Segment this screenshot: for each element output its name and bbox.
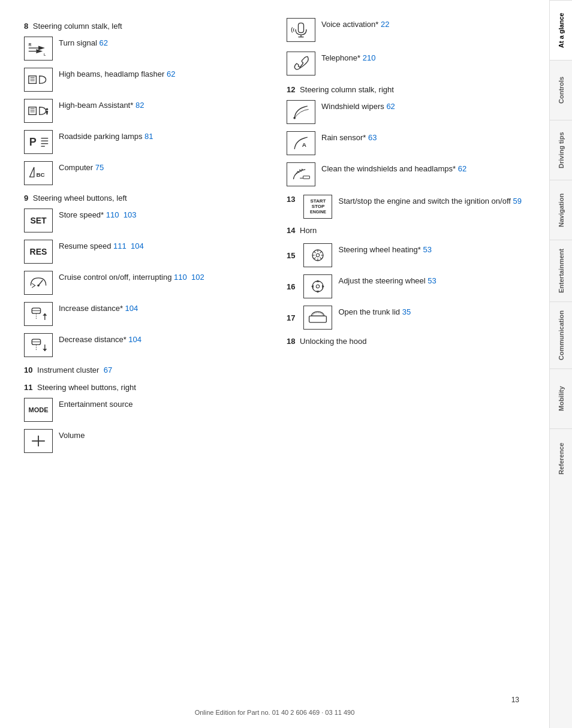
svg-rect-6 bbox=[29, 76, 37, 84]
list-item: P Roadside parking lamps 81 bbox=[24, 130, 275, 154]
svg-point-14 bbox=[46, 108, 49, 111]
start-stop-desc: Start/stop the engine and switch the ign… bbox=[338, 195, 521, 207]
cruise-desc: Cruise control on/off, interrupt­ing 110… bbox=[59, 271, 204, 283]
tab-reference[interactable]: Reference bbox=[550, 428, 572, 488]
section16-number: 16 bbox=[287, 282, 295, 291]
svg-point-43 bbox=[296, 173, 297, 174]
svg-text:R: R bbox=[29, 43, 32, 47]
clean-windshields-icon bbox=[287, 162, 315, 186]
svg-line-54 bbox=[314, 252, 316, 253]
list-item: A Rain sensor* 63 bbox=[287, 131, 537, 155]
svg-point-42 bbox=[302, 169, 303, 170]
list-item: Windshield wipers 62 bbox=[287, 100, 537, 124]
start-stop-icon: START STOP ENGINE bbox=[303, 195, 332, 219]
decrease-dist-icon bbox=[24, 333, 53, 357]
svg-line-56 bbox=[320, 252, 322, 253]
svg-rect-46 bbox=[303, 176, 310, 179]
svg-point-44 bbox=[298, 171, 299, 173]
section15-number: 15 bbox=[287, 251, 295, 260]
parking-lamps-desc: Roadside parking lamps 81 bbox=[59, 130, 153, 142]
section11-number: 11 bbox=[24, 383, 32, 392]
high-beams-desc: High beams, head­lamp flasher 62 bbox=[59, 68, 175, 80]
section8-title: Steering column stalk, left bbox=[33, 22, 122, 31]
tab-navigation[interactable]: Navigation bbox=[550, 180, 572, 240]
list-item: Clean the windshields and head­lamps* 62 bbox=[287, 162, 537, 186]
section18: 18 Unlocking the hood bbox=[287, 337, 537, 346]
list-item: BC Computer 75 bbox=[24, 161, 275, 185]
svg-text:L: L bbox=[44, 53, 46, 56]
section9-number: 9 bbox=[24, 194, 28, 203]
list-item: Cruise control on/off, interrupt­ing 110… bbox=[24, 271, 275, 295]
adjust-steering-icon bbox=[303, 274, 332, 298]
trunk-lid-icon bbox=[303, 306, 332, 330]
list-item: Volume bbox=[24, 429, 275, 453]
volume-icon bbox=[24, 429, 53, 453]
tab-driving-tips[interactable]: Driving tips bbox=[550, 120, 572, 180]
windshield-wipers-icon bbox=[287, 100, 315, 124]
svg-point-38 bbox=[293, 117, 296, 119]
section14-title: Horn bbox=[300, 226, 317, 235]
list-item: Decrease distance* 104 bbox=[24, 333, 275, 357]
set-desc: Store speed* 110 103 bbox=[59, 209, 136, 220]
svg-rect-10 bbox=[29, 107, 37, 115]
clean-windshields-desc: Clean the windshields and head­lamps* 62 bbox=[321, 162, 466, 174]
voice-activation-icon bbox=[287, 18, 315, 42]
svg-point-59 bbox=[317, 285, 320, 288]
list-item: 15 bbox=[287, 243, 537, 267]
windshield-wipers-desc: Windshield wipers 62 bbox=[321, 100, 395, 112]
svg-marker-2 bbox=[38, 46, 45, 50]
svg-point-58 bbox=[312, 281, 323, 292]
section10-number: 10 bbox=[24, 365, 32, 374]
svg-marker-20 bbox=[30, 167, 34, 177]
section10-ref[interactable]: 67 bbox=[104, 365, 112, 374]
increase-dist-desc: Increase distance* 104 bbox=[59, 302, 138, 314]
list-item: RES Resume speed 111 104 bbox=[24, 240, 275, 264]
section14: 14 Horn bbox=[287, 226, 537, 235]
tab-controls[interactable]: Controls bbox=[550, 60, 572, 120]
footer-text: Online Edition for Part no. 01 40 2 606 … bbox=[195, 709, 355, 716]
section10-title: Instrument cluster bbox=[37, 365, 99, 374]
list-item: MODE Entertainment source bbox=[24, 398, 275, 422]
svg-point-49 bbox=[317, 253, 320, 256]
section13-number: 13 bbox=[287, 195, 295, 204]
svg-line-55 bbox=[320, 258, 322, 259]
svg-text:P: P bbox=[29, 136, 37, 148]
res-icon: RES bbox=[24, 240, 53, 264]
trunk-lid-desc: Open the trunk lid 35 bbox=[338, 306, 411, 318]
steering-heating-desc: Steering wheel heating* 53 bbox=[338, 243, 431, 255]
volume-desc: Volume bbox=[59, 429, 85, 441]
decrease-dist-desc: Decrease distance* 104 bbox=[59, 333, 142, 345]
high-beam-assistant-icon bbox=[24, 99, 53, 123]
list-item: Telephone* 210 bbox=[287, 52, 537, 75]
increase-dist-icon bbox=[24, 302, 53, 326]
list-item: High beams, head­lamp flasher 62 bbox=[24, 68, 275, 92]
list-item: Increase distance* 104 bbox=[24, 302, 275, 326]
svg-rect-64 bbox=[309, 316, 327, 322]
section8-number: 8 bbox=[24, 22, 28, 31]
rain-sensor-desc: Rain sensor* 63 bbox=[321, 131, 377, 143]
tab-communication[interactable]: Communication bbox=[550, 301, 572, 368]
footer: Online Edition for Part no. 01 40 2 606 … bbox=[0, 709, 549, 716]
rain-sensor-icon: A bbox=[287, 131, 315, 155]
svg-line-57 bbox=[314, 258, 316, 259]
list-item: 13 START STOP ENGINE Start/stop the engi… bbox=[287, 195, 537, 219]
tab-entertainment[interactable]: Entertainment bbox=[550, 240, 572, 301]
steering-heating-icon bbox=[303, 243, 332, 267]
parking-lamps-icon: P bbox=[24, 130, 53, 154]
computer-icon: BC bbox=[24, 161, 53, 185]
sidebar: At a glance Controls Driving tips Naviga… bbox=[549, 0, 572, 728]
list-item: SET Store speed* 110 103 bbox=[24, 209, 275, 232]
tab-at-a-glance[interactable]: At a glance bbox=[550, 0, 572, 60]
svg-text:A: A bbox=[302, 141, 306, 148]
mode-icon: MODE bbox=[24, 398, 53, 422]
mode-desc: Entertainment source bbox=[59, 398, 133, 410]
telephone-icon bbox=[287, 52, 315, 75]
section11-title: Steering wheel buttons, right bbox=[37, 383, 136, 392]
section9-title: Steering wheel buttons, left bbox=[33, 194, 127, 203]
telephone-desc: Telephone* 210 bbox=[321, 52, 375, 64]
tab-mobility[interactable]: Mobility bbox=[550, 368, 572, 428]
section18-title: Unlocking the hood bbox=[300, 337, 366, 346]
section17-number: 17 bbox=[287, 313, 295, 322]
page-number: 13 bbox=[511, 696, 519, 704]
high-beams-icon bbox=[24, 68, 53, 92]
